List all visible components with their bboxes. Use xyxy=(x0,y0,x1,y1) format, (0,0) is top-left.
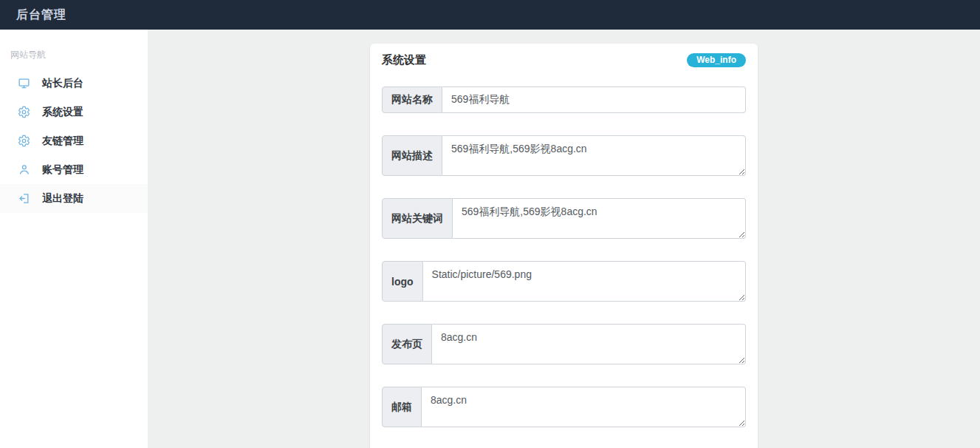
sidebar-item-1[interactable]: 站长后台 xyxy=(0,69,148,98)
monitor-icon xyxy=(18,77,30,89)
settings-form: 网站名称 网站描述 网站关键词 logo 发布页 邮箱 xyxy=(382,86,746,427)
field-input-6[interactable] xyxy=(422,387,746,427)
sidebar-menu: 站长后台 系统设置 友链管理 账号管理 退出登陆 xyxy=(0,69,148,213)
form-field-row: 网站关键词 xyxy=(382,198,746,239)
logout-icon xyxy=(18,192,30,205)
sidebar-item-3[interactable]: 友链管理 xyxy=(0,126,148,155)
field-label: 网站关键词 xyxy=(382,198,453,239)
app-title: 后台管理 xyxy=(0,7,66,23)
user-icon xyxy=(18,163,30,176)
layout: 网站导航 站长后台 系统设置 友链管理 账号管理 退出登陆 系统设置 Web_i… xyxy=(0,30,980,448)
app-header: 后台管理 xyxy=(0,0,980,30)
sidebar-item-4[interactable]: 账号管理 xyxy=(0,155,148,184)
sidebar-item-5[interactable]: 退出登陆 xyxy=(0,184,148,213)
settings-card: 系统设置 Web_info 网站名称 网站描述 网站关键词 logo 发布页 邮… xyxy=(370,44,758,448)
field-input-5[interactable] xyxy=(432,324,746,364)
form-field-row: 邮箱 xyxy=(382,387,746,427)
form-field-row: logo xyxy=(382,261,746,302)
sidebar-item-2[interactable]: 系统设置 xyxy=(0,98,148,126)
field-label: 发布页 xyxy=(382,324,432,364)
form-field-row: 网站描述 xyxy=(382,135,746,176)
form-field-row: 发布页 xyxy=(382,324,746,364)
sidebar-item-label: 友链管理 xyxy=(42,135,83,148)
sidebar: 网站导航 站长后台 系统设置 友链管理 账号管理 退出登陆 xyxy=(0,30,148,448)
card-header: 系统设置 Web_info xyxy=(382,53,746,67)
field-label: 网站名称 xyxy=(382,86,442,113)
field-input-4[interactable] xyxy=(423,261,746,302)
field-label: 邮箱 xyxy=(382,387,422,427)
field-input-1[interactable] xyxy=(442,86,746,113)
sidebar-item-label: 退出登陆 xyxy=(42,192,83,206)
gear-icon xyxy=(18,106,30,118)
sidebar-item-label: 系统设置 xyxy=(42,106,83,119)
gear-icon xyxy=(18,135,30,147)
sidebar-item-label: 站长后台 xyxy=(42,77,83,90)
main-content: 系统设置 Web_info 网站名称 网站描述 网站关键词 logo 发布页 邮… xyxy=(148,30,980,448)
field-label: 网站描述 xyxy=(382,135,442,176)
field-input-3[interactable] xyxy=(453,198,746,239)
field-label: logo xyxy=(382,261,423,302)
field-input-2[interactable] xyxy=(442,135,746,176)
sidebar-item-label: 账号管理 xyxy=(42,163,83,177)
web-info-badge: Web_info xyxy=(687,53,746,67)
form-field-row: 网站名称 xyxy=(382,86,746,113)
sidebar-section-label: 网站导航 xyxy=(0,44,148,69)
card-title: 系统设置 xyxy=(382,53,426,67)
